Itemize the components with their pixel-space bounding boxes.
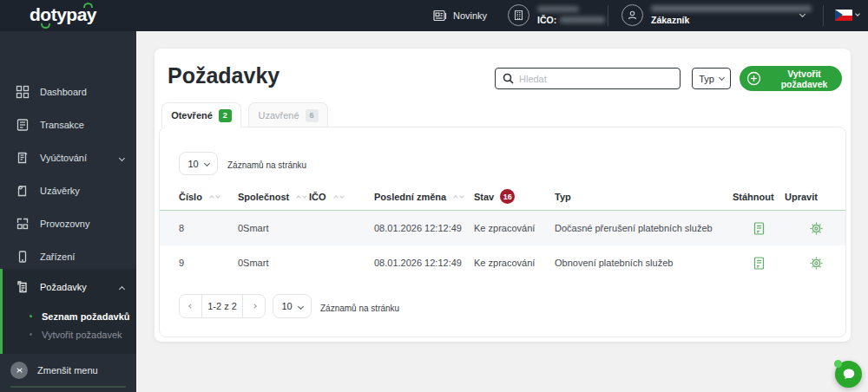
sidebar-item-label: Provozovny — [40, 219, 124, 229]
download-document-icon — [752, 221, 766, 236]
main-panel: Požadavky Typ Vytvořit poža — [155, 49, 851, 342]
sidebar-item-vyuctovani[interactable]: Vyúčtování — [0, 141, 136, 174]
sort-icon[interactable] — [334, 194, 344, 199]
news-button[interactable]: Novinky — [433, 0, 487, 31]
column-header-posledni-zmena[interactable]: Poslední změna — [374, 192, 474, 202]
cell-spolecnost: 0Smart — [238, 258, 309, 268]
pagination: 1-2 z 2 — [179, 294, 266, 318]
gear-icon — [809, 221, 824, 236]
column-label: Číslo — [179, 192, 202, 202]
news-label: Novinky — [453, 10, 487, 21]
dotypay-logo[interactable]: dotypay — [30, 4, 96, 25]
tab-uzavrene[interactable]: Uzavřené 6 — [248, 102, 328, 127]
top-header: dotypay Novinky — [0, 0, 868, 31]
cell-posledni-zmena: 08.01.2026 12:12:49 — [374, 258, 474, 268]
column-label: IČO — [309, 192, 326, 202]
chat-widget-button[interactable] — [835, 361, 862, 388]
redacted-user-email — [651, 5, 812, 12]
building-icon — [508, 4, 529, 26]
page-title: Požadavky — [168, 63, 279, 88]
ico-label: IČO: — [537, 15, 556, 25]
sidebar-item-label: Požadavky — [40, 282, 109, 292]
cell-cislo: 8 — [179, 223, 238, 233]
sidebar-item-pozadavky[interactable]: Požadavky — [0, 271, 136, 304]
collapse-menu-button[interactable]: Zmenšit menu — [0, 357, 136, 383]
prev-page-button[interactable] — [180, 295, 201, 317]
create-request-label: Vytvořit požadavek — [766, 69, 842, 89]
chat-bubble-icon — [842, 368, 856, 381]
tab-otevrene[interactable]: Otevřené 2 — [161, 102, 241, 127]
per-page-select-top[interactable]: 10 — [179, 152, 218, 175]
column-header-stahnout: Stáhnout — [733, 192, 785, 202]
download-button[interactable] — [733, 256, 785, 271]
sidebar: Dashboard Transakce Vyúčtování — [0, 31, 136, 392]
cell-stav: Ke zpracování — [474, 223, 555, 233]
device-icon — [16, 250, 30, 264]
edit-button[interactable] — [785, 256, 847, 271]
company-switcher[interactable]: IČO: — [508, 4, 605, 26]
download-document-icon — [752, 256, 766, 271]
account-menu[interactable]: Zákazník — [621, 4, 812, 26]
sidebar-item-label: Vyúčtování — [40, 153, 109, 163]
sidebar-item-transakce[interactable]: Transakce — [0, 108, 136, 141]
column-label: Typ — [555, 192, 571, 202]
sidebar-item-label: Dashboard — [40, 87, 124, 97]
language-flag-czech[interactable] — [835, 10, 852, 21]
customer-label: Zákazník — [651, 15, 812, 25]
sort-icon[interactable] — [297, 194, 306, 199]
app-root: dotypay Novinky — [0, 0, 868, 392]
column-header-typ: Typ — [555, 192, 733, 202]
type-filter-select[interactable]: Typ — [692, 68, 731, 89]
sidebar-item-provozovny[interactable]: Provozovny — [0, 207, 136, 240]
table-row[interactable]: 8 0Smart 08.01.2026 12:12:49 Ke zpracová… — [160, 211, 845, 245]
cell-cislo: 9 — [179, 258, 238, 268]
next-page-button[interactable] — [243, 295, 265, 317]
stav-count-badge: 16 — [500, 189, 515, 204]
sidebar-subitem-seznam-pozadavku[interactable]: Seznam požadavků — [3, 308, 139, 325]
sort-icon[interactable] — [454, 194, 464, 199]
column-header-spolecnost[interactable]: Společnost — [238, 192, 309, 202]
column-header-ico[interactable]: IČO — [309, 192, 374, 202]
cell-typ: Obnovení platebních služeb — [555, 258, 733, 268]
download-button[interactable] — [733, 221, 785, 236]
column-label: Poslední změna — [374, 192, 446, 202]
chevron-down-icon — [298, 303, 304, 309]
chevron-down-icon — [719, 75, 725, 81]
sidebar-subitem-vytvorit-pozadavek[interactable]: Vytvořit požadavek — [3, 326, 139, 343]
create-request-button[interactable]: Vytvořit požadavek — [740, 66, 842, 91]
logo-accent-under — [41, 23, 50, 29]
sidebar-subitem-label: Seznam požadavků — [42, 311, 129, 322]
collapse-arrows-icon — [10, 362, 28, 379]
per-page-select-bottom[interactable]: 10 — [273, 294, 312, 318]
per-page-value: 10 — [281, 301, 292, 311]
column-header-cislo[interactable]: Číslo — [179, 192, 238, 202]
requests-card: 10 Záznamů na stránku Číslo Společnost I… — [159, 127, 846, 337]
flag-blue-triangle — [835, 10, 843, 20]
sidebar-item-label: Uzávěrky — [40, 186, 124, 196]
per-page-value: 10 — [187, 159, 198, 169]
sidebar-item-label: Zařízení — [40, 252, 124, 262]
redacted-company-name — [537, 6, 579, 12]
sidebar-item-dashboard[interactable]: Dashboard — [0, 75, 136, 108]
sidebar-divider — [10, 386, 126, 388]
column-label: Upravit — [785, 192, 818, 202]
search-input[interactable] — [519, 74, 673, 84]
per-page-label: Záznamů na stránku — [320, 304, 399, 313]
gear-icon — [809, 256, 824, 271]
per-page-label: Záznamů na stránku — [227, 160, 306, 170]
header-divider-2 — [823, 5, 824, 26]
column-header-stav[interactable]: Stav 16 — [474, 189, 555, 204]
sort-icon[interactable] — [210, 194, 220, 199]
chevron-down-icon — [119, 154, 125, 160]
sidebar-item-uzaverky[interactable]: Uzávěrky — [0, 174, 136, 207]
cell-stav: Ke zpracování — [474, 258, 555, 268]
language-chevron-down-icon[interactable] — [855, 11, 860, 16]
table-row[interactable]: 9 0Smart 08.01.2026 12:12:49 Ke zpracová… — [160, 245, 845, 280]
column-header-upravit: Upravit — [785, 192, 847, 202]
sidebar-active-section: Požadavky Seznam požadavků Vytvořit poža… — [0, 269, 136, 354]
column-label: Stáhnout — [733, 192, 774, 202]
edit-button[interactable] — [785, 221, 847, 236]
type-filter-label: Typ — [699, 74, 714, 84]
newspaper-icon — [433, 10, 447, 22]
chevron-down-icon — [204, 160, 210, 167]
